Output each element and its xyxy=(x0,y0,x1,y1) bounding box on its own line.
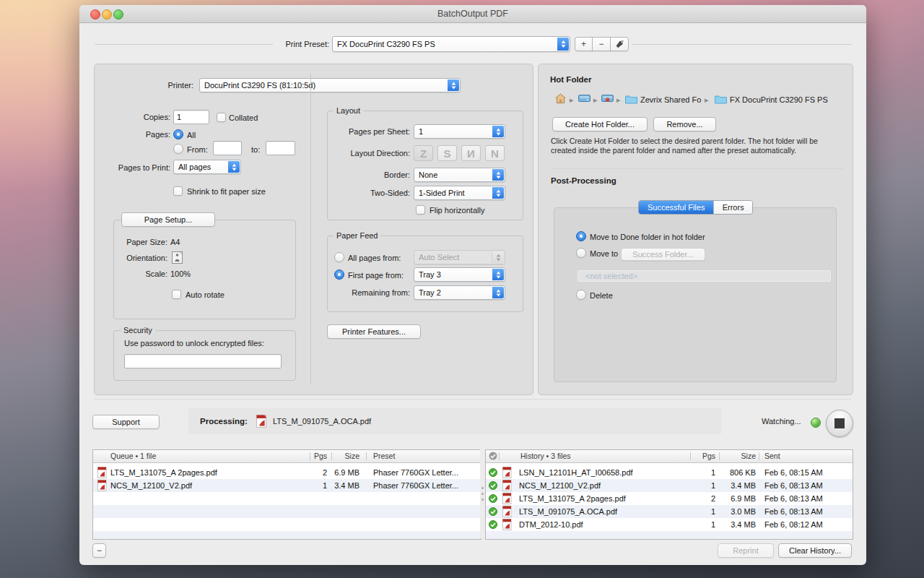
two-sided-label: Two-Sided: xyxy=(338,189,410,197)
all-pages-from-select[interactable]: Auto Select xyxy=(414,250,505,264)
status-column-icon[interactable] xyxy=(489,452,497,460)
flip-horizontally-checkbox[interactable] xyxy=(416,205,425,215)
move-to-done-folder-radio[interactable] xyxy=(576,231,586,241)
table-row[interactable]: LTS_M_131075_A 2pages.pdf 2 6.9 MB Feb 6… xyxy=(486,492,853,505)
home-icon[interactable] xyxy=(555,93,566,104)
remove-hot-folder-button[interactable]: Remove... xyxy=(653,117,716,131)
remove-from-queue-button[interactable]: − xyxy=(92,543,106,558)
green-status-led-icon xyxy=(811,418,821,428)
pages-from-input[interactable] xyxy=(213,141,242,155)
desktop-background: BatchOutput PDF Print Preset: FX DocuPri… xyxy=(0,0,924,578)
table-row[interactable]: DTM_2012-10.pdf 1 3.4 MB Feb 6, 08:12 AM xyxy=(486,518,853,531)
shrink-to-fit-checkbox[interactable] xyxy=(173,186,183,196)
move-to-radio[interactable] xyxy=(576,248,586,258)
queue-header-preset[interactable]: Preset xyxy=(373,452,395,460)
support-button[interactable]: Support xyxy=(92,415,160,429)
table-row[interactable]: NCS_M_12100_V2.pdf 1 3.4 MB Feb 6, 08:13… xyxy=(486,479,853,492)
preset-rule-right xyxy=(632,44,852,45)
list-splitter[interactable] xyxy=(480,449,485,538)
history-header-title: History • 3 files xyxy=(520,452,571,460)
remove-preset-button[interactable]: − xyxy=(592,37,611,51)
first-page-from-radio[interactable] xyxy=(334,269,344,280)
auto-rotate-checkbox[interactable] xyxy=(172,290,181,299)
create-hot-folder-button[interactable]: Create Hot Folder... xyxy=(552,117,648,131)
stepper-arrows-icon[interactable] xyxy=(492,187,504,199)
post-processing-title: Post-Processing xyxy=(551,176,616,185)
history-header-pgs[interactable]: Pgs xyxy=(694,452,715,460)
two-sided-value: 1-Sided Print xyxy=(419,189,465,197)
queue-header-size[interactable]: Size xyxy=(335,452,359,460)
stepper-arrows-icon[interactable] xyxy=(492,169,504,181)
stepper-arrows-icon[interactable] xyxy=(492,287,504,298)
breadcrumb-arrow-2: ▸ xyxy=(593,95,598,104)
pages-to-input[interactable] xyxy=(266,141,295,155)
breadcrumb-folder-label-1[interactable]: Zevrix Shared Fo xyxy=(640,95,702,104)
table-row[interactable]: LSN_N_12101H_AT_I00658.pdf 1 806 KB Feb … xyxy=(486,466,853,479)
tag-preset-button[interactable] xyxy=(610,37,629,51)
all-pages-from-radio[interactable] xyxy=(334,252,344,262)
folder-icon[interactable] xyxy=(715,94,727,104)
table-row[interactable]: NCS_M_12100_V2.pdf 1 3.4 MB Phaser 7760G… xyxy=(93,479,481,492)
stop-button[interactable] xyxy=(826,410,853,437)
printer-select[interactable]: DocuPrint C3290 FS (81:10:5d) xyxy=(199,78,461,92)
copies-input[interactable]: 1 xyxy=(173,110,209,124)
delete-radio[interactable] xyxy=(576,290,586,300)
tab-successful-files[interactable]: Successful Files xyxy=(639,201,713,214)
collated-checkbox[interactable] xyxy=(217,113,226,122)
move-to-label: Move to xyxy=(590,249,618,258)
move-to-path-field[interactable]: <not selected> xyxy=(578,270,831,282)
history-header-sent[interactable]: Sent xyxy=(764,452,780,460)
pages-per-sheet-select[interactable]: 1 xyxy=(414,124,505,139)
history-list[interactable]: History • 3 files Pgs Size Sent LSN_N_12… xyxy=(485,449,853,540)
security-password-input[interactable] xyxy=(124,354,282,368)
stepper-arrows-icon[interactable] xyxy=(228,161,240,173)
success-folder-button[interactable]: Success Folder... xyxy=(621,248,705,261)
pages-all-radio[interactable] xyxy=(173,129,183,139)
layout-direction-option-2[interactable]: S xyxy=(437,145,457,161)
layout-direction-option-3[interactable]: И xyxy=(461,145,481,161)
hard-disk-icon[interactable] xyxy=(578,92,590,104)
table-row[interactable]: LTS_M_131075_A 2pages.pdf 2 6.9 MB Phase… xyxy=(93,466,481,479)
queue-stripe-5 xyxy=(93,518,481,531)
stepper-arrows-icon[interactable] xyxy=(557,38,569,51)
border-value: None xyxy=(419,171,437,179)
border-select[interactable]: None xyxy=(414,168,505,182)
tag-icon xyxy=(615,40,624,49)
breadcrumb-folder-label-2[interactable]: FX DocuPrint C3290 FS PS xyxy=(730,95,828,104)
breadcrumb-arrow-1: ▸ xyxy=(570,95,574,104)
history-header-size[interactable]: Size xyxy=(731,452,756,460)
pages-range-radio[interactable] xyxy=(173,144,183,154)
pages-to-print-select[interactable]: All pages xyxy=(173,160,241,174)
stepper-arrows-icon[interactable] xyxy=(448,79,459,91)
folder-icon[interactable] xyxy=(625,94,637,104)
queue-list[interactable]: Queue • 1 file Pgs Size Preset LTS_M_131… xyxy=(92,449,481,540)
shared-disk-icon[interactable] xyxy=(601,92,614,104)
first-page-from-select[interactable]: Tray 3 xyxy=(414,267,505,282)
history-row-sent: Feb 6, 08:13 AM xyxy=(764,481,847,490)
stepper-arrows-icon xyxy=(492,251,504,263)
processing-label: Processing: xyxy=(200,417,248,426)
printer-features-button[interactable]: Printer Features... xyxy=(327,324,421,339)
layout-direction-option-1[interactable]: Z xyxy=(414,145,433,161)
pdf-file-icon xyxy=(502,506,512,517)
clear-history-button[interactable]: Clear History... xyxy=(778,543,852,558)
layout-direction-option-4[interactable]: N xyxy=(485,145,505,161)
shrink-to-fit-label: Shrink to fit paper size xyxy=(187,187,266,196)
table-row[interactable]: LTS_M_091075_A.OCA.pdf 1 3.0 MB Feb 6, 0… xyxy=(486,505,853,518)
history-row-size: 6.9 MB xyxy=(727,494,756,503)
tab-errors[interactable]: Errors xyxy=(713,201,752,214)
two-sided-select[interactable]: 1-Sided Print xyxy=(414,186,505,200)
queue-header-pgs[interactable]: Pgs xyxy=(305,452,327,460)
page-setup-button[interactable]: Page Setup... xyxy=(121,212,215,227)
reprint-button[interactable]: Reprint xyxy=(718,543,774,558)
stepper-arrows-icon[interactable] xyxy=(492,126,504,137)
queue-stripe-6 xyxy=(93,531,481,540)
stepper-arrows-icon[interactable] xyxy=(492,269,504,280)
remaining-from-select[interactable]: Tray 2 xyxy=(414,285,505,300)
add-preset-button[interactable]: + xyxy=(575,37,593,51)
history-row-pgs: 1 xyxy=(687,507,715,516)
scale-label: Scale: xyxy=(108,269,167,278)
pdf-file-icon xyxy=(502,480,512,491)
hot-folder-title: Hot Folder xyxy=(550,75,592,84)
print-preset-select[interactable]: FX DocuPrint C3290 FS PS xyxy=(332,36,570,52)
